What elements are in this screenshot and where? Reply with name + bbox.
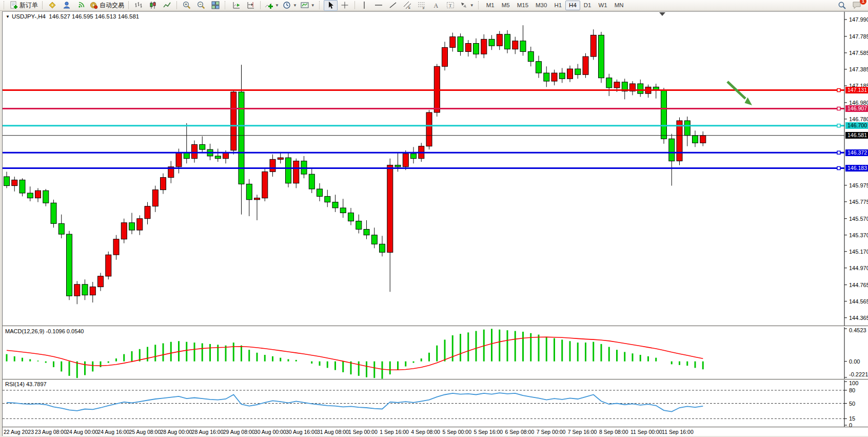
time-axis[interactable]: 22 Aug 202323 Aug 08:0024 Aug 00:0024 Au… xyxy=(3,427,868,436)
rsi-label: RSI(14) 43.7897 xyxy=(5,381,47,387)
candlestick-chart-button[interactable] xyxy=(146,0,160,11)
zoom-in-icon xyxy=(183,1,191,9)
svg-text:A: A xyxy=(434,2,439,9)
macd-canvas[interactable] xyxy=(3,327,868,379)
candle-body xyxy=(348,213,354,221)
crosshair-button[interactable] xyxy=(338,0,352,11)
toolbar-grip[interactable] xyxy=(478,1,480,9)
periods-button[interactable]: ▼ xyxy=(281,0,299,11)
candle-body xyxy=(669,139,675,161)
candle-body xyxy=(309,174,314,189)
arrow-annotation-head xyxy=(745,98,753,106)
toolbar-grip[interactable] xyxy=(4,1,6,9)
candle-body xyxy=(638,84,643,93)
new-order-button[interactable]: 新订单 xyxy=(8,0,40,11)
toolbar-separator xyxy=(354,1,355,9)
axis-tick-label: 144.765 xyxy=(849,282,868,288)
candle-body xyxy=(113,239,119,255)
timeframe-group: M1M5M15M30H1H4D1W1MN xyxy=(483,1,627,10)
toolbar-separator xyxy=(42,1,43,9)
candle-body xyxy=(403,154,408,167)
text-label-button[interactable]: T xyxy=(444,0,458,11)
dropdown-arrow-icon: ▼ xyxy=(293,3,297,8)
indicators-icon xyxy=(265,1,273,9)
candle-body xyxy=(270,159,275,172)
rsi-canvas[interactable] xyxy=(3,380,868,427)
line-chart-button[interactable] xyxy=(160,0,174,11)
indicators-button[interactable]: ▼ xyxy=(263,0,281,11)
time-axis-label: 22 Aug 2023 xyxy=(4,429,34,435)
axis-tick-label: 100 xyxy=(849,380,858,386)
candle-body xyxy=(293,161,299,183)
trendline-button[interactable] xyxy=(386,0,400,11)
time-axis-label: 24 Aug 00:00 xyxy=(66,429,98,435)
candle-body xyxy=(317,189,323,196)
cursor-button[interactable] xyxy=(324,0,338,11)
timeframe-M1[interactable]: M1 xyxy=(483,1,498,10)
vertical-line-button[interactable] xyxy=(358,0,371,11)
svg-text:T: T xyxy=(449,3,452,8)
candle-body xyxy=(161,178,166,190)
tile-windows-button[interactable] xyxy=(208,0,222,11)
auto-scroll-button[interactable] xyxy=(229,0,243,11)
arrows-button[interactable]: ▼ xyxy=(458,0,476,11)
text-button[interactable]: A xyxy=(429,0,443,11)
timeframe-W1[interactable]: W1 xyxy=(595,1,611,10)
line-chart-icon xyxy=(163,1,171,9)
horizontal-line-button[interactable] xyxy=(372,0,386,11)
svg-text:F: F xyxy=(423,7,425,10)
signals-button[interactable] xyxy=(74,0,88,11)
timeframe-M15[interactable]: M15 xyxy=(514,1,532,10)
community-button[interactable] xyxy=(60,0,73,11)
notifications-button[interactable]: 1 xyxy=(850,0,863,11)
timeframe-D1[interactable]: D1 xyxy=(580,1,595,10)
equidistant-channel-button[interactable]: E xyxy=(401,0,415,11)
chart-shift-marker[interactable] xyxy=(659,12,665,16)
rsi-panel: RSI(14) 43.7897 1008050150 xyxy=(3,380,868,427)
price-chart-panel: ▼USDJPY-,H4 146.527 146.595 146.513 146.… xyxy=(3,12,868,326)
axis-tick-label: 147.785 xyxy=(849,33,868,40)
text-label-icon: T xyxy=(446,1,455,9)
cursor-icon xyxy=(326,1,334,9)
time-axis-label: 1 Sep 00:00 xyxy=(348,429,378,435)
candle-body xyxy=(465,44,471,52)
price-axis-tag: 146.183 xyxy=(845,165,868,172)
timeframe-M5[interactable]: M5 xyxy=(498,1,514,10)
fibonacci-button[interactable]: F xyxy=(415,0,429,11)
bar-chart-button[interactable] xyxy=(131,0,145,11)
axis-tick-label: 144.365 xyxy=(849,315,868,321)
price-axis-tag: 146.581 xyxy=(845,132,868,139)
candle-body xyxy=(395,165,401,167)
candle-body xyxy=(231,92,236,150)
candle-body xyxy=(254,198,260,200)
templates-button[interactable]: ▼ xyxy=(299,0,317,11)
toolbar-grip[interactable] xyxy=(225,1,227,9)
candle-body xyxy=(567,69,573,79)
timeframe-M30[interactable]: M30 xyxy=(532,1,550,10)
periods-clock-icon xyxy=(283,1,291,9)
candle-body xyxy=(371,235,377,244)
templates-icon xyxy=(301,1,309,9)
styler-button[interactable] xyxy=(45,0,59,11)
candle-body xyxy=(559,73,565,79)
timeframe-H4[interactable]: H4 xyxy=(565,1,580,10)
timeframe-MN[interactable]: MN xyxy=(611,1,627,10)
crosshair-icon xyxy=(341,1,349,9)
chart-shift-button[interactable] xyxy=(244,0,258,11)
autotrading-icon xyxy=(90,1,98,9)
toolbar-separator xyxy=(260,1,261,9)
zoom-out-button[interactable] xyxy=(194,0,208,11)
toolbar-grip[interactable] xyxy=(319,1,321,9)
tile-windows-icon xyxy=(211,1,220,9)
autotrading-button[interactable]: 自动交易 xyxy=(88,0,126,11)
chart-window: ▼USDJPY-,H4 146.527 146.595 146.513 146.… xyxy=(2,11,868,436)
candle-body xyxy=(700,136,706,143)
zoom-in-button[interactable] xyxy=(180,0,193,11)
collapse-triangle-icon[interactable]: ▼ xyxy=(6,14,10,19)
candle-body xyxy=(356,221,362,230)
timeframe-H1[interactable]: H1 xyxy=(550,1,565,10)
time-axis-label: 5 Sep 16:00 xyxy=(474,429,503,435)
candle-body xyxy=(364,230,369,235)
price-chart-canvas[interactable] xyxy=(3,12,868,326)
search-button[interactable] xyxy=(835,0,849,11)
